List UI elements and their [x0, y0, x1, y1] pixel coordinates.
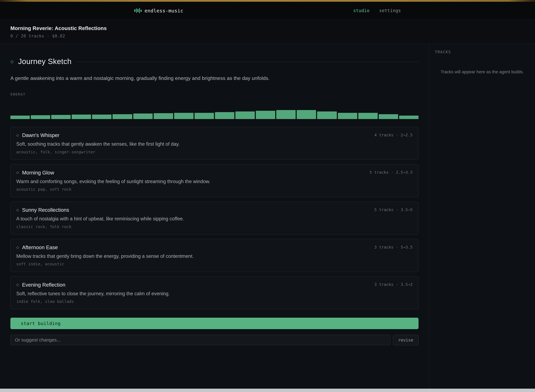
energy-bar	[338, 113, 357, 119]
brand[interactable]: endless-music	[134, 8, 183, 13]
project-header: Morning Reverie: Acoustic Reflections 0 …	[0, 20, 535, 44]
energy-bar	[154, 113, 173, 119]
equalizer-icon	[134, 8, 141, 13]
section-head: ◇ Journey Sketch	[10, 57, 418, 66]
energy-bar	[276, 110, 296, 119]
tracks-empty-message: Tracks will appear here as the agent bui…	[435, 70, 530, 75]
revise-button[interactable]: revise	[393, 335, 418, 345]
phase-genres: indie folk, slow ballads	[16, 299, 413, 304]
main-row: ◇ Journey Sketch A gentle awakening into…	[0, 44, 535, 388]
energy-bar	[133, 114, 152, 119]
energy-chart	[10, 98, 418, 119]
start-building-button[interactable]: start building	[10, 318, 418, 329]
horizontal-scrollbar[interactable]	[0, 389, 535, 392]
phase-name: Evening Reflection	[22, 282, 65, 288]
energy-bar	[379, 114, 398, 119]
phase-head: ◇Sunny Recollections5 tracks · 3.5→5	[16, 207, 413, 213]
phase-head: ◇Dawn's Whisper4 tracks · 2→2.5	[16, 132, 413, 138]
phase-name: Afternoon Ease	[22, 244, 58, 250]
phase-genres: classic rock, folk rock	[16, 224, 413, 229]
energy-bar	[10, 116, 30, 119]
phase-meta: 3 tracks · 5→3.5	[374, 244, 413, 249]
phase-genres: acoustic pop, soft rock	[16, 187, 413, 192]
divider	[76, 61, 418, 62]
energy-bar	[174, 113, 193, 119]
tracks-sidebar: TRACKS Tracks will appear here as the ag…	[429, 44, 535, 388]
phase-name: Morning Glow	[22, 170, 54, 175]
energy-label: ENERGY	[10, 92, 418, 96]
energy-bar	[317, 111, 337, 119]
energy-bar	[72, 115, 91, 119]
phase-meta: 4 tracks · 2→2.5	[374, 132, 413, 137]
energy-bar	[256, 111, 275, 119]
nav-studio[interactable]: studio	[353, 8, 370, 13]
section-title: Journey Sketch	[18, 57, 72, 66]
phase-card: ◇Dawn's Whisper4 tracks · 2→2.5Soft, soo…	[10, 127, 418, 160]
energy-bar	[92, 115, 112, 119]
suggest-input[interactable]	[10, 335, 390, 345]
phase-head: ◇Morning Glow5 tracks · 2.5→3.5	[16, 170, 413, 175]
energy-bar	[31, 115, 50, 119]
top-accent-bar	[0, 0, 535, 2]
phase-genres: acoustic, folk, singer-songwriter	[16, 149, 413, 154]
phase-card: ◇Evening Reflection3 tracks · 3.5→2Soft,…	[10, 276, 418, 309]
phase-card: ◇Morning Glow5 tracks · 2.5→3.5Warm and …	[10, 164, 418, 197]
diamond-icon: ◇	[16, 133, 19, 137]
journey-description: A gentle awakening into a warm and nosta…	[10, 75, 418, 81]
diamond-icon: ◇	[16, 283, 19, 286]
phase-head: ◇Evening Reflection3 tracks · 3.5→2	[16, 282, 413, 288]
phase-description: Soft, reflective tunes to close the jour…	[16, 291, 413, 296]
diamond-icon: ◇	[16, 208, 19, 212]
journey-panel: ◇ Journey Sketch A gentle awakening into…	[0, 44, 429, 388]
phase-description: A touch of nostalgia with a hint of upbe…	[16, 216, 413, 221]
energy-bar	[297, 110, 316, 119]
phase-list: ◇Dawn's Whisper4 tracks · 2→2.5Soft, soo…	[10, 127, 418, 309]
phase-meta: 3 tracks · 3.5→2	[374, 282, 413, 287]
energy-bar	[399, 116, 418, 119]
brand-name: endless-music	[145, 8, 183, 13]
energy-bar	[215, 112, 234, 119]
energy-bar	[235, 111, 255, 119]
energy-bar	[113, 114, 132, 119]
phase-description: Mellow tracks that gently bring down the…	[16, 253, 413, 259]
energy-bar	[358, 113, 377, 119]
energy-bar	[51, 115, 71, 119]
phase-genres: soft indie, acoustic	[16, 261, 413, 266]
app-header: endless-music studio settings	[0, 2, 535, 20]
phase-description: Soft, soothing tracks that gently awaken…	[16, 141, 413, 147]
phase-meta: 5 tracks · 2.5→3.5	[370, 170, 413, 175]
phase-name: Sunny Recollections	[22, 207, 69, 213]
phase-meta: 5 tracks · 3.5→5	[374, 207, 413, 212]
app-window: endless-music studio settings Morning Re…	[0, 0, 535, 392]
suggest-row: revise	[10, 335, 418, 345]
phase-card: ◇Sunny Recollections5 tracks · 3.5→5A to…	[10, 201, 418, 234]
tracks-heading: TRACKS	[435, 50, 530, 54]
main-nav: studio settings	[353, 8, 401, 13]
diamond-icon: ◇	[16, 171, 19, 174]
project-stats: 0 / 20 tracks · $0.02	[10, 33, 525, 38]
diamond-icon: ◇	[16, 246, 19, 249]
diamond-icon: ◇	[10, 60, 14, 64]
phase-head: ◇Afternoon Ease3 tracks · 5→3.5	[16, 244, 413, 250]
phase-description: Warm and comforting songs, evoking the f…	[16, 178, 413, 184]
nav-settings[interactable]: settings	[379, 8, 401, 13]
phase-name: Dawn's Whisper	[22, 132, 59, 138]
phase-card: ◇Afternoon Ease3 tracks · 5→3.5Mellow tr…	[10, 239, 418, 272]
energy-bar	[194, 113, 214, 119]
project-title: Morning Reverie: Acoustic Reflections	[10, 25, 525, 31]
